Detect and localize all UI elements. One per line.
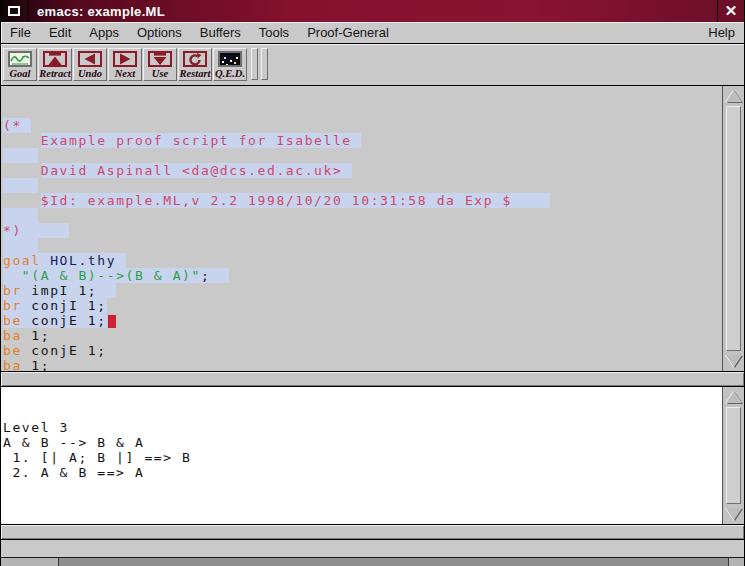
text-segment: be: [3, 343, 22, 358]
menu-apps[interactable]: Apps: [80, 22, 128, 43]
modeline-script: -----XEmacs: example.ML (Isabelle script…: [1, 371, 744, 387]
text-segment: [210, 268, 229, 283]
menu-help[interactable]: Help: [699, 22, 744, 43]
locked-region-strip: [3, 208, 38, 223]
text-line: br conjI 1;: [3, 298, 720, 313]
text-line: [3, 148, 720, 163]
text-segment: [22, 223, 69, 238]
goals-scrollbar[interactable]: [722, 387, 744, 524]
text-segment: 1;: [22, 328, 50, 343]
text-line: goal HOL.thy: [3, 253, 720, 268]
text-segment: [342, 163, 351, 178]
text-segment: ba: [3, 328, 22, 343]
close-button[interactable]: ✕: [717, 0, 744, 22]
text-segment: br: [3, 283, 22, 298]
text-segment: 1;: [22, 358, 50, 371]
text-line: [3, 208, 720, 223]
undo-button[interactable]: Undo: [73, 48, 107, 81]
locked-region-strip: [3, 238, 38, 253]
restart-button[interactable]: Restart: [178, 48, 212, 81]
window-bottom-frame: [1, 557, 744, 566]
goal-label: Goal: [10, 68, 31, 79]
menu-tools[interactable]: Tools: [250, 22, 298, 43]
minibuffer[interactable]: [1, 540, 744, 557]
text-segment: conjE 1;: [22, 313, 107, 328]
next-button[interactable]: Next: [108, 48, 142, 81]
text-segment: [3, 268, 22, 283]
window-menu-icon: [8, 6, 20, 16]
retract-label: Retract: [39, 68, 71, 79]
text-segment: 1. [| A; B |] ==> B: [3, 450, 192, 465]
text-line: Example proof script for Isabelle: [3, 133, 720, 148]
text-segment: conjE 1;: [22, 343, 107, 358]
text-segment: [116, 253, 125, 268]
title-bar[interactable]: emacs: example.ML ✕: [1, 0, 744, 22]
text-segment: [352, 133, 361, 148]
goals-text: Level 3A & B --> B & A 1. [| A; B |] ==>…: [3, 420, 720, 480]
text-segment: [512, 193, 550, 208]
text-segment: [3, 193, 41, 208]
retract-button[interactable]: Retract: [38, 48, 72, 81]
script-buffer[interactable]: (* Example proof script for Isabelle Dav…: [1, 86, 744, 371]
menu-options[interactable]: Options: [128, 22, 191, 43]
modeline-goals: --**-XEmacs: *Inferior isabelle-goals* (…: [1, 524, 744, 540]
text-line: 2. A & B ==> A: [3, 465, 720, 480]
text-segment: Example proof script for Isabelle: [41, 133, 352, 148]
qed-button[interactable]: Q.E.D.: [213, 48, 247, 81]
text-segment: "(A & B)-->(B & A)": [22, 268, 201, 283]
next-label: Next: [115, 68, 135, 79]
menu-edit[interactable]: Edit: [40, 22, 80, 43]
menu-buffers[interactable]: Buffers: [191, 22, 250, 43]
frame-edge[interactable]: [59, 558, 728, 566]
text-segment: ba: [3, 358, 22, 371]
text-line: ba 1;: [3, 358, 720, 371]
frame-corner-left[interactable]: [1, 558, 59, 566]
menu-bar: File Edit Apps Options Buffers Tools Pro…: [1, 22, 744, 44]
scrollbar-thumb[interactable]: [726, 407, 741, 504]
locked-region-strip: [3, 178, 38, 193]
scroll-up-icon[interactable]: [726, 89, 741, 103]
scrollbar-thumb[interactable]: [726, 106, 741, 351]
text-cursor: [108, 315, 116, 328]
script-scrollbar[interactable]: [722, 86, 744, 371]
undo-label: Undo: [78, 68, 102, 79]
text-line: [3, 238, 720, 253]
text-line: be conjE 1;: [3, 343, 720, 358]
goal-icon: [8, 51, 32, 67]
text-segment: Level 3: [3, 420, 69, 435]
window-title: emacs: example.ML: [28, 0, 717, 22]
text-segment: (*: [3, 118, 22, 133]
text-line: 1. [| A; B |] ==> B: [3, 450, 720, 465]
text-segment: [3, 133, 41, 148]
proof-toolbar: Goal Retract Undo: [1, 44, 744, 86]
text-line: ba 1;: [3, 328, 720, 343]
text-segment: [3, 163, 41, 178]
use-label: Use: [152, 68, 168, 79]
text-segment: conjI 1;: [22, 298, 107, 313]
goals-buffer[interactable]: Level 3A & B --> B & A 1. [| A; B |] ==>…: [1, 387, 744, 524]
retract-icon: [43, 51, 67, 67]
window-menu-button[interactable]: [1, 0, 28, 22]
scroll-down-icon[interactable]: [726, 507, 741, 521]
menu-file[interactable]: File: [1, 22, 40, 43]
goal-button[interactable]: Goal: [3, 48, 37, 81]
menu-proof-general[interactable]: Proof-General: [298, 22, 398, 43]
scroll-up-icon[interactable]: [726, 390, 741, 404]
xemacs-window: emacs: example.ML ✕ File Edit Apps Optio…: [0, 0, 745, 566]
close-icon: ✕: [725, 2, 738, 20]
text-line: "(A & B)-->(B & A)";: [3, 268, 720, 283]
frame-corner-right[interactable]: [728, 558, 744, 566]
undo-icon: [78, 51, 102, 67]
text-line: A & B --> B & A: [3, 435, 720, 450]
text-line: [3, 178, 720, 193]
text-segment: ;: [201, 268, 210, 283]
qed-icon: [218, 51, 242, 67]
use-icon: [148, 51, 172, 67]
text-line: be conjE 1;: [3, 313, 720, 328]
text-segment: *): [3, 223, 22, 238]
use-button[interactable]: Use: [143, 48, 177, 81]
scroll-down-icon[interactable]: [726, 354, 741, 368]
locked-region-strip: [3, 148, 38, 163]
text-segment: [97, 283, 116, 298]
text-line: Level 3: [3, 420, 720, 435]
